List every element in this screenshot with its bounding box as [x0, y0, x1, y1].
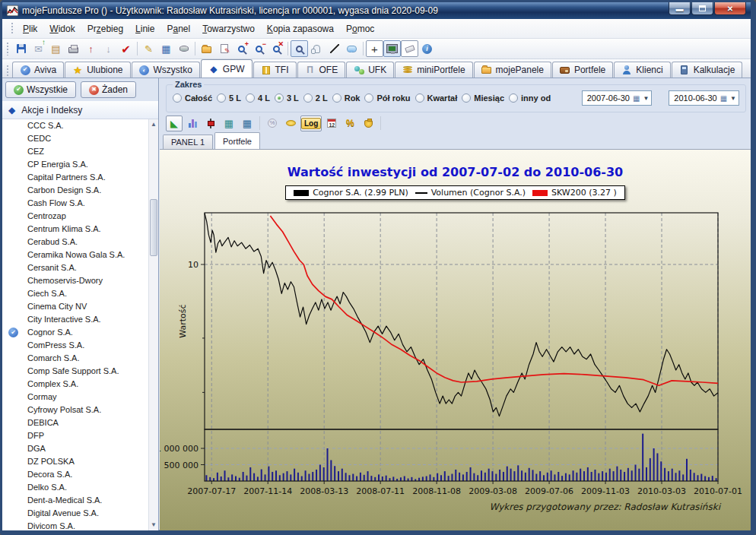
- hand-icon[interactable]: [308, 40, 326, 57]
- sidebar-scrollbar[interactable]: ▲ ▼: [148, 119, 158, 530]
- archive-icon[interactable]: [175, 40, 192, 57]
- list-item-cersanit-s-a[interactable]: Cersanit S.A.: [2, 261, 148, 274]
- list-item-comp-safe-support-s-a[interactable]: Comp Safe Support S.A.: [2, 365, 148, 378]
- list-item-capital-partners-s-a[interactable]: Capital Partners S.A.: [2, 171, 148, 184]
- tab-ufk[interactable]: UFK: [346, 62, 394, 78]
- calendar-icon[interactable]: ▦: [720, 94, 727, 103]
- log-scale-button[interactable]: Log: [300, 116, 322, 131]
- tab-gpw[interactable]: ◆GPW: [201, 59, 253, 78]
- list-item-cognor-s-a[interactable]: ✔Cognor S.A.: [2, 326, 148, 339]
- list-item-ceramika-nowa-gala-s-a[interactable]: Ceramika Nowa Gala S.A.: [2, 249, 148, 261]
- list-item-cez[interactable]: CEZ: [2, 145, 148, 158]
- area-chart-icon[interactable]: ◣: [166, 116, 183, 131]
- range-option-p-roku[interactable]: Pół roku: [364, 93, 410, 103]
- table-dark-icon[interactable]: ▦: [239, 116, 256, 131]
- tab-kalkulacje[interactable]: Kalkulacje: [672, 62, 743, 78]
- menu-przebieg[interactable]: Przebieg: [81, 21, 129, 36]
- tab-aviva[interactable]: ✔Aviva: [12, 62, 64, 78]
- select-none-button[interactable]: ✖ Żaden: [81, 81, 136, 98]
- investment-chart[interactable]: 2007-07-172007-11-142008-03-132008-07-11…: [160, 150, 751, 530]
- minimize-button[interactable]: ▬: [669, 2, 691, 15]
- list-item-centrum-klima-s-a[interactable]: Centrum Klima S.A.: [2, 223, 148, 236]
- tab-ofe[interactable]: ΠOFE: [297, 62, 346, 78]
- list-item-decora-s-a[interactable]: Decora S.A.: [2, 468, 148, 481]
- calendar-12-icon[interactable]: 12: [323, 116, 340, 131]
- range-option-5-l[interactable]: 5 L: [217, 93, 241, 103]
- crosshair-icon[interactable]: +: [366, 40, 383, 57]
- comment-icon[interactable]: [343, 40, 361, 57]
- folders-icon[interactable]: [198, 40, 215, 57]
- list-item-divicom-s-a[interactable]: Divicom S.A.: [2, 520, 148, 530]
- list-item-comarch-s-a[interactable]: Comarch S.A.: [2, 352, 148, 365]
- range-option-miesi-c[interactable]: Miesiąc: [462, 93, 504, 103]
- list-item-cerabud-s-a[interactable]: Cerabud S.A.: [2, 236, 148, 249]
- close-button[interactable]: ✕: [714, 2, 746, 15]
- sidebar-group-header[interactable]: ◆ Akcje i Indeksy: [2, 101, 158, 119]
- menu-plik[interactable]: Plik: [17, 21, 43, 36]
- list-item-cedc[interactable]: CEDC: [2, 132, 148, 145]
- menu-kopia-zapasowa[interactable]: Kopia zapasowa: [261, 21, 340, 36]
- scrollbar-thumb[interactable]: [150, 199, 157, 256]
- tab-mojepanele[interactable]: mojePanele: [474, 62, 551, 78]
- range-option-4-l[interactable]: 4 L: [246, 93, 270, 103]
- tab-portfele[interactable]: Portfele: [552, 62, 613, 78]
- money-bag-icon[interactable]: [360, 116, 376, 131]
- list-item-ciech-s-a[interactable]: Ciech S.A.: [2, 287, 148, 300]
- list-item-dga[interactable]: DGA: [2, 442, 148, 455]
- list-item-centrozap[interactable]: Centrozap: [2, 210, 148, 223]
- list-item-cinema-city-nv[interactable]: Cinema City NV: [2, 300, 148, 313]
- list-item-dent-a-medical-s-a[interactable]: Dent-a-Medical S.A.: [2, 494, 148, 507]
- tab-klienci[interactable]: Klienci: [614, 62, 670, 78]
- scroll-up-icon[interactable]: ▲: [149, 119, 158, 130]
- list-item-city-interactive-s-a[interactable]: City Interactive S.A.: [2, 313, 148, 326]
- panel-tab-panel-1[interactable]: PANEL 1: [163, 135, 213, 149]
- restore-button[interactable]: [691, 2, 713, 15]
- tab-miniportfele[interactable]: miniPortfele: [395, 62, 472, 78]
- percent-circle-icon[interactable]: %: [264, 116, 281, 131]
- apply-icon[interactable]: ✔: [117, 40, 135, 57]
- chevron-down-icon[interactable]: ▼: [730, 95, 736, 102]
- menu-panel[interactable]: Panel: [160, 21, 196, 36]
- tab-tfi[interactable]: TFI: [253, 62, 297, 78]
- move-up-icon[interactable]: ↑: [82, 40, 100, 57]
- list-item-delko-s-a[interactable]: Delko S.A.: [2, 481, 148, 494]
- coin-icon[interactable]: [282, 116, 299, 131]
- tab-wszystko[interactable]: ◐Wszystko: [132, 62, 200, 78]
- list-item-ccc-s-a[interactable]: CCC S.A.: [2, 119, 148, 132]
- select-all-button[interactable]: ✔ Wszystkie: [5, 81, 76, 98]
- date-from-field[interactable]: 2007-06-30 ▦ ▼: [582, 90, 653, 106]
- calendar-icon[interactable]: ▦: [633, 94, 640, 103]
- scroll-down-icon[interactable]: ▼: [149, 520, 158, 530]
- list-item-debica[interactable]: DEBICA: [2, 416, 148, 429]
- list-item-cormay[interactable]: Cormay: [2, 391, 148, 404]
- range-option-kwarta[interactable]: Kwartał: [415, 93, 458, 103]
- range-option-inny-od[interactable]: inny od: [509, 93, 551, 103]
- zoom-cancel-icon[interactable]: ✕: [268, 40, 285, 57]
- list-item-complex-s-a[interactable]: Complex S.A.: [2, 378, 148, 391]
- line-tool-icon[interactable]: [326, 40, 343, 57]
- range-option-ca-o[interactable]: Całość: [173, 93, 212, 103]
- list-item-chemoservis-dwory[interactable]: Chemoservis-Dwory: [2, 274, 148, 287]
- zoom-in-icon[interactable]: +: [233, 40, 250, 57]
- draw-icon[interactable]: ✎: [140, 40, 157, 57]
- paste-icon[interactable]: ▤: [47, 40, 65, 57]
- range-option-3-l[interactable]: 3 L: [275, 93, 299, 103]
- percent-gold-icon[interactable]: %: [341, 116, 358, 131]
- list-item-cash-flow-s-a[interactable]: Cash Flow S.A.: [2, 197, 148, 210]
- menu-widok[interactable]: Widok: [43, 21, 81, 36]
- menu-towarzystwo[interactable]: Towarzystwo: [196, 21, 261, 36]
- list-item-dz-polska[interactable]: DZ POLSKA: [2, 455, 148, 468]
- table-light-icon[interactable]: ▦: [221, 116, 237, 131]
- panel-tab-portfele[interactable]: Portfele: [214, 132, 260, 149]
- candlestick-icon[interactable]: [202, 116, 219, 131]
- zoom-out-icon[interactable]: −: [250, 40, 268, 57]
- date-to-field[interactable]: 2010-06-30 ▦ ▼: [669, 90, 739, 106]
- info-icon[interactable]: i: [418, 40, 436, 57]
- tab-ulubione[interactable]: ★Ulubione: [65, 62, 130, 78]
- menu-linie[interactable]: Linie: [129, 21, 160, 36]
- list-item-cyfrowy-polsat-s-a[interactable]: Cyfrowy Polsat S.A.: [2, 404, 148, 416]
- range-option-2-l[interactable]: 2 L: [303, 93, 328, 103]
- range-option-rok[interactable]: Rok: [332, 93, 361, 103]
- chevron-down-icon[interactable]: ▼: [643, 95, 649, 102]
- bar-chart-icon[interactable]: [184, 116, 201, 131]
